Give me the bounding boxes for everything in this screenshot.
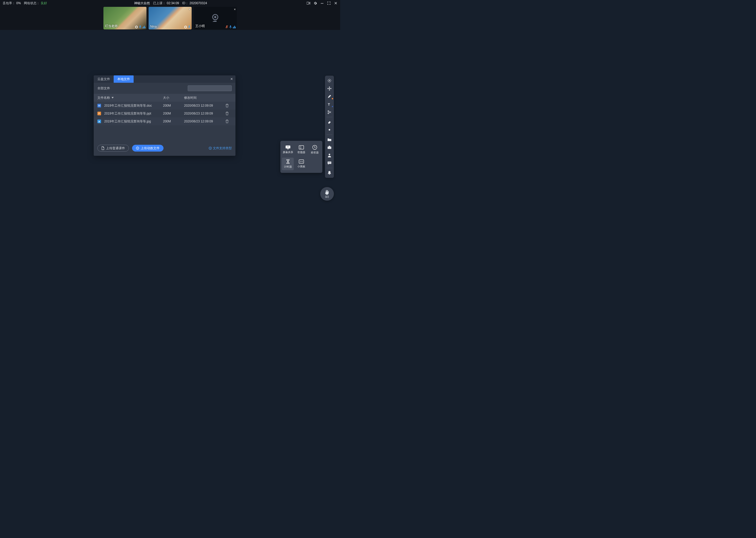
- answerer-tool[interactable]: A✓B✗ 答题器: [295, 143, 307, 156]
- session-id: ID：2020070324: [182, 1, 207, 6]
- screen-share-tool[interactable]: 屏幕共享: [282, 143, 294, 156]
- responder-tool[interactable]: 抢答器: [309, 143, 321, 156]
- svg-point-14: [210, 147, 211, 148]
- participant-name: 叮当老师: [105, 24, 118, 28]
- file-table-body: W2019年工作汇报情况查询等等.doc 200M 2020/06/23 12:…: [94, 102, 235, 125]
- svg-point-33: [329, 163, 330, 163]
- move-icon: [327, 86, 332, 91]
- table-row[interactable]: ▲2019年工作汇报情况查询等等.jpg 200M 2020/06/23 12:…: [94, 117, 235, 125]
- info-icon: [209, 146, 212, 150]
- dot-tool[interactable]: [325, 126, 334, 134]
- svg-point-5: [214, 16, 216, 18]
- bell-icon: [328, 171, 331, 175]
- tab-local-files[interactable]: 本地文件: [114, 76, 134, 83]
- column-time[interactable]: 修改时间: [184, 96, 221, 100]
- folder-tool[interactable]: [325, 135, 334, 143]
- level-bars-icon: [143, 25, 145, 28]
- upload-normal-button[interactable]: 上传普通课件: [97, 145, 129, 152]
- svg-text:T: T: [328, 102, 330, 106]
- camera-icon[interactable]: [307, 1, 310, 5]
- participant-name: Nina: [150, 25, 157, 28]
- small-board-icon: 2+3: [299, 159, 304, 164]
- svg-point-25: [329, 81, 330, 81]
- text-icon: T: [327, 102, 332, 106]
- hand-count: 0/2: [325, 195, 329, 198]
- responder-icon: [312, 145, 317, 150]
- scissors-tool[interactable]: [325, 108, 334, 116]
- svg-rect-0: [307, 2, 309, 4]
- network-status: 网络状态：良好: [24, 1, 47, 6]
- fullscreen-icon[interactable]: [327, 1, 331, 5]
- participant-name: 王小明: [195, 24, 205, 28]
- tile-close-icon[interactable]: ×: [189, 8, 191, 11]
- all-files-label: 全部文件: [97, 86, 110, 91]
- pen-tool[interactable]: [325, 92, 334, 100]
- text-tool[interactable]: T: [325, 100, 334, 108]
- participant-tile[interactable]: × 王小明: [194, 7, 237, 29]
- search-field[interactable]: [191, 86, 230, 90]
- svg-rect-13: [210, 148, 210, 149]
- modal-close-icon[interactable]: ×: [228, 77, 235, 81]
- minimize-icon[interactable]: [320, 1, 324, 5]
- laser-tool[interactable]: [325, 77, 334, 84]
- ppt-icon: P: [97, 112, 101, 115]
- dot-tool-icon: [329, 129, 330, 131]
- table-row[interactable]: P2019年工作汇报情况查询等等.ppt 200M 2020/06/23 12:…: [94, 110, 235, 117]
- play-upload-icon: [136, 146, 139, 150]
- svg-rect-3: [189, 26, 190, 27]
- delete-icon[interactable]: [225, 104, 232, 107]
- svg-point-21: [316, 145, 316, 146]
- timer-icon: [286, 159, 290, 164]
- chat-icon: [327, 161, 332, 165]
- svg-rect-30: [329, 146, 330, 146]
- svg-point-34: [330, 163, 330, 163]
- table-row[interactable]: W2019年工作汇报情况查询等等.doc 200M 2020/06/23 12:…: [94, 102, 235, 110]
- sort-icon: [112, 97, 114, 98]
- mic-icon: [188, 25, 191, 28]
- participant-tile[interactable]: × Nina: [149, 7, 192, 29]
- file-support-link[interactable]: 文件支持类型: [209, 146, 232, 150]
- svg-point-28: [328, 113, 329, 114]
- close-icon[interactable]: [334, 1, 338, 5]
- chat-tool[interactable]: [325, 159, 334, 167]
- svg-rect-8: [230, 26, 231, 27]
- toolbox-icon: [327, 145, 332, 149]
- column-name[interactable]: 文件名称: [97, 96, 163, 100]
- camera-status-icon: [184, 26, 187, 28]
- delete-icon[interactable]: [225, 112, 232, 115]
- toolbox-tool[interactable]: [325, 143, 334, 151]
- move-tool[interactable]: [325, 84, 334, 92]
- tile-close-icon[interactable]: ×: [234, 8, 236, 11]
- title-bar: 丢包率：0% 网络状态：良好 神秘大自然 已上课：02:34:09 ID：202…: [0, 0, 340, 6]
- gear-icon[interactable]: [313, 1, 317, 5]
- image-icon: ▲: [97, 120, 101, 123]
- main-canvas: 云盘文件 本地文件 × 全部文件 文件名称 大小 修改时间 W2019年工作汇报…: [0, 30, 340, 243]
- tools-popover: 屏幕共享 A✓B✗ 答题器 抢答器 计时器 2+3 小黑板: [280, 141, 322, 173]
- camera-status-icon: [135, 26, 138, 28]
- mic-muted-icon: [225, 25, 228, 28]
- screen-share-icon: [285, 145, 291, 149]
- person-tool[interactable]: [325, 151, 334, 159]
- mic-icon: [229, 25, 232, 28]
- small-board-tool[interactable]: 2+3 小黑板: [295, 158, 307, 170]
- folder-icon: [327, 138, 332, 141]
- packet-loss: 丢包率：0%: [3, 1, 21, 6]
- timer-tool[interactable]: 计时器: [282, 158, 294, 170]
- participant-tile[interactable]: 叮当老师: [103, 7, 147, 29]
- upload-anim-button[interactable]: 上传动效文件: [132, 145, 164, 152]
- svg-point-22: [313, 145, 313, 146]
- svg-point-31: [329, 154, 330, 155]
- column-size[interactable]: 大小: [163, 96, 184, 100]
- svg-text:2+3: 2+3: [300, 161, 303, 163]
- right-toolbar: T: [325, 76, 334, 178]
- bell-tool[interactable]: [325, 169, 334, 177]
- eraser-tool[interactable]: [325, 118, 334, 126]
- doc-icon: W: [97, 104, 101, 107]
- delete-icon[interactable]: [225, 120, 232, 123]
- svg-point-32: [328, 163, 329, 163]
- search-input[interactable]: [188, 85, 232, 91]
- camera-off-icon: [210, 13, 220, 24]
- tab-cloud-files[interactable]: 云盘文件: [94, 76, 114, 83]
- raise-hand-button[interactable]: 0/2: [320, 187, 334, 201]
- svg-point-27: [328, 111, 329, 112]
